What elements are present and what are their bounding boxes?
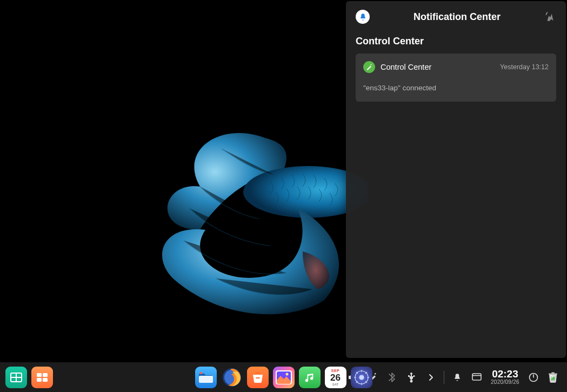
dock-app-group: SEP 26 SAT	[195, 367, 372, 388]
notification-section-title: Control Center	[356, 36, 556, 47]
power-menu-icon[interactable]	[525, 369, 542, 386]
desktop-toggle-icon[interactable]	[468, 369, 485, 386]
svg-point-10	[199, 371, 202, 374]
notification-center-header: Notification Center	[356, 10, 556, 24]
dock-left-group	[5, 367, 53, 388]
bluetooth-icon[interactable]	[383, 369, 401, 386]
multitask-view-button[interactable]	[5, 367, 27, 388]
tray-expand-icon[interactable]	[422, 369, 439, 386]
show-desktop-button[interactable]	[31, 367, 53, 388]
svg-rect-45	[412, 376, 413, 377]
fish-illustration	[141, 116, 368, 316]
notification-card-title: Control Center	[381, 63, 495, 71]
svg-rect-9	[199, 376, 213, 383]
svg-rect-46	[472, 374, 481, 380]
svg-rect-6	[43, 373, 48, 377]
notification-card-body: "ens33-lap" connected	[363, 84, 549, 92]
notification-card-time: Yesterday 13:12	[500, 63, 549, 71]
usb-devices-icon[interactable]	[403, 369, 420, 386]
notification-center-title: Notification Center	[370, 11, 544, 23]
svg-point-41	[410, 380, 412, 382]
svg-rect-7	[37, 378, 42, 382]
app-store-app[interactable]	[247, 367, 269, 388]
clock-time: 02:23	[492, 369, 518, 380]
clear-all-icon[interactable]	[544, 11, 556, 23]
clock[interactable]: 02:23 2020/09/26	[488, 369, 523, 385]
control-center-app[interactable]	[351, 367, 372, 388]
image-viewer-app[interactable]	[273, 367, 295, 388]
svg-rect-8	[43, 378, 48, 382]
control-center-app-icon	[363, 61, 375, 73]
svg-rect-5	[37, 373, 42, 377]
file-manager-app[interactable]	[195, 367, 217, 388]
trash-icon[interactable]	[544, 369, 562, 386]
svg-rect-1	[545, 12, 548, 16]
tray-separator	[444, 371, 444, 384]
svg-point-16	[285, 373, 288, 375]
calendar-app[interactable]: SEP 26 SAT	[325, 367, 346, 388]
notification-center-panel: Notification Center Control Center Contr…	[346, 1, 566, 358]
svg-rect-44	[409, 376, 411, 377]
dock: SEP 26 SAT	[0, 362, 567, 392]
calendar-icon-day: 26	[330, 373, 341, 382]
svg-rect-51	[551, 372, 555, 374]
notification-card[interactable]: Control Center Yesterday 13:12 "ens33-la…	[356, 54, 556, 102]
music-app[interactable]	[299, 367, 321, 388]
calendar-icon-month: SEP	[331, 369, 340, 373]
svg-point-18	[359, 375, 364, 380]
bell-icon	[356, 10, 370, 24]
notification-card-header: Control Center Yesterday 13:12	[363, 61, 549, 73]
clock-date: 2020/09/26	[491, 380, 519, 386]
notifications-tray-icon[interactable]	[449, 369, 466, 386]
calendar-icon-weekday: SAT	[332, 383, 339, 386]
firefox-app[interactable]	[221, 367, 243, 388]
svg-rect-13	[256, 377, 260, 378]
